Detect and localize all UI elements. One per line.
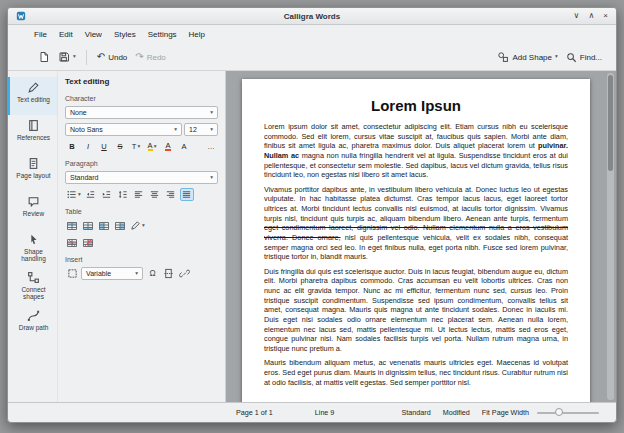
line-spacing-button[interactable] <box>116 188 130 201</box>
superscript-subscript-button[interactable]: T▾ <box>129 140 143 153</box>
align-center-button[interactable] <box>148 188 162 201</box>
font-family-value: Noto Sans <box>70 126 103 133</box>
line-indicator: Line 9 <box>315 408 335 417</box>
align-justify-button[interactable] <box>180 188 194 201</box>
sidebar-item-label: Text editing <box>17 96 50 103</box>
font-family-combo[interactable]: Noto Sans ▾ <box>65 123 182 136</box>
sidebar-item-shape-handling[interactable]: Shape handling <box>8 229 57 267</box>
menu-help[interactable]: Help <box>183 28 211 41</box>
paragraph-style-combo[interactable]: Standard ▾ <box>65 171 218 184</box>
undo-button[interactable]: ↶Undo <box>93 49 132 65</box>
character-style-combo[interactable]: None ▾ <box>65 106 218 119</box>
titlebar[interactable]: Calligra Words ∨ ∧ × <box>8 8 616 25</box>
find-label: Find... <box>580 53 602 62</box>
sidebar-item-review[interactable]: Review <box>8 191 57 229</box>
zoom-slider-track[interactable] <box>537 412 599 414</box>
insert-variable-value: Variable <box>86 270 111 277</box>
document-paragraph[interactable]: Lorem ipsum dolor sit amet, consectetur … <box>264 122 568 180</box>
highlight-color-button[interactable]: A▾ <box>145 140 159 153</box>
review-icon <box>27 195 40 208</box>
decrease-indent-button[interactable] <box>84 188 98 201</box>
document-body[interactable]: Lorem ipsum dolor sit amet, consectetur … <box>264 122 568 387</box>
menu-view[interactable]: View <box>79 28 108 41</box>
table-delete-column-button[interactable] <box>81 236 95 249</box>
tool-options-panel: Text editing Character None ▾ Noto Sans … <box>58 71 226 402</box>
italic-button[interactable]: I <box>81 140 95 153</box>
close-icon[interactable]: × <box>603 12 608 20</box>
vertical-scrollbar[interactable] <box>607 73 614 400</box>
main-toolbar: ▾ ↶Undo ↷Redo Add Shape▾ Find... <box>8 44 616 71</box>
document-paragraph[interactable]: Mauris bibendum aliquam metus, ac venena… <box>264 358 568 387</box>
text-editing-icon <box>27 81 40 94</box>
panel-title: Text editing <box>65 77 218 86</box>
align-right-button[interactable] <box>164 188 178 201</box>
underline-button[interactable]: U <box>97 140 111 153</box>
insert-text-frame-button[interactable] <box>65 267 79 280</box>
connect-shapes-icon <box>27 271 40 284</box>
align-left-button[interactable] <box>132 188 146 201</box>
sidebar-item-references[interactable]: References <box>8 115 57 153</box>
save-button[interactable]: ▾ <box>54 48 80 66</box>
new-document-button[interactable] <box>34 48 54 66</box>
redo-button[interactable]: ↷Redo <box>131 49 170 65</box>
page-indicator[interactable]: Page 1 of 1 <box>236 408 273 417</box>
zoom-slider-knob[interactable] <box>555 408 563 416</box>
menu-edit[interactable]: Edit <box>53 28 79 41</box>
shape-handling-icon <box>27 233 40 246</box>
chevron-down-icon: ▾ <box>78 192 81 198</box>
link-icon <box>179 268 190 279</box>
table-insert-row-above-button[interactable] <box>65 219 79 232</box>
page-break-button[interactable] <box>161 267 175 280</box>
zoom-mode-button[interactable]: Fit Page Width <box>482 408 529 417</box>
redo-label: Redo <box>147 53 166 62</box>
sidebar-item-page-layout[interactable]: Page layout <box>8 153 57 191</box>
menu-styles[interactable]: Styles <box>108 28 142 41</box>
table-delete-row-button[interactable] <box>65 236 79 249</box>
menu-file[interactable]: File <box>28 28 53 41</box>
strikethrough-button[interactable]: S <box>113 140 127 153</box>
change-case-button[interactable]: A <box>177 140 191 153</box>
document-title[interactable]: Lorem Ipsun <box>264 97 568 114</box>
list-icon <box>66 189 77 200</box>
document-paragraph[interactable]: Duis fringilla dui quis est scelerisque … <box>264 267 568 354</box>
chevron-down-icon: ▾ <box>73 54 76 60</box>
menu-settings[interactable]: Settings <box>142 28 183 41</box>
find-button[interactable]: Find... <box>562 49 606 66</box>
table-insert-row-below-button[interactable] <box>81 219 95 232</box>
table-insert-column-left-button[interactable] <box>97 219 111 232</box>
desktop-background: { "window": { "title": "Calligra Words" … <box>0 0 624 433</box>
special-character-button[interactable] <box>145 267 159 280</box>
table-border-pen-button[interactable]: ▾ <box>129 219 146 232</box>
sidebar-item-text-editing[interactable]: Text editing <box>8 77 57 115</box>
table-insert-column-right-button[interactable] <box>113 219 127 232</box>
sidebar-item-label: Connect shapes <box>12 286 55 301</box>
text-color-button[interactable]: A <box>161 140 175 153</box>
sidebar-item-label: References <box>17 134 50 141</box>
maximize-icon[interactable]: ∧ <box>588 12 594 20</box>
chevron-down-icon: ▾ <box>142 223 145 229</box>
style-indicator[interactable]: Standard <box>402 408 431 417</box>
insert-link-button[interactable] <box>177 267 191 280</box>
add-shape-button[interactable]: Add Shape▾ <box>493 48 561 66</box>
insert-variable-combo[interactable]: Variable ▾ <box>81 267 143 280</box>
character-section-label: Character <box>65 95 218 102</box>
sidebar-item-connect-shapes[interactable]: Connect shapes <box>8 267 57 305</box>
document-paragraph[interactable]: Vivamus porttitor dapibus ante, in vesti… <box>264 185 568 262</box>
border-pen-icon <box>130 220 141 231</box>
chevron-down-icon: ▾ <box>174 127 177 133</box>
document-canvas[interactable]: Lorem Ipsun Lorem ipsum dolor sit amet, … <box>226 71 616 402</box>
zoom-slider[interactable] <box>537 408 599 418</box>
line-spacing-icon <box>117 189 128 200</box>
increase-indent-button[interactable] <box>100 188 114 201</box>
vertical-scrollbar-thumb[interactable] <box>608 75 613 171</box>
font-size-combo[interactable]: 12 ▾ <box>184 123 218 136</box>
document-page[interactable]: Lorem Ipsun Lorem ipsum dolor sit amet, … <box>242 79 590 402</box>
more-character-options-button[interactable]: … <box>204 140 218 153</box>
sidebar-item-label: Review <box>23 210 44 217</box>
sidebar-item-draw-path[interactable]: Draw path <box>8 305 57 343</box>
tool-tabs-sidebar: Text editing References Page layout Revi… <box>8 71 58 402</box>
list-style-button[interactable]: ▾ <box>65 188 82 201</box>
align-center-icon <box>149 189 160 200</box>
minimize-icon[interactable]: ∨ <box>574 12 580 20</box>
bold-button[interactable]: B <box>65 140 79 153</box>
